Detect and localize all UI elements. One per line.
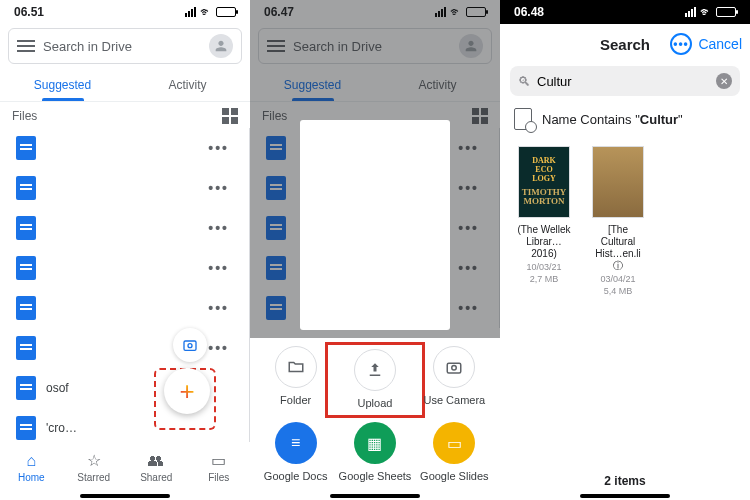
result-item[interactable]: [The Cultural Hist…en.li ⓘ 03/04/21 5,4 …	[590, 146, 646, 296]
status-time: 06.48	[514, 5, 544, 19]
result-date: 03/04/21	[600, 274, 635, 284]
phone-files-search: 06.48 ᯤ Search ••• Cancel 🔍︎ ✕ Name Cont…	[500, 0, 750, 500]
star-icon: ☆	[87, 451, 101, 470]
file-search-icon	[514, 108, 532, 130]
tab-activity[interactable]: Activity	[125, 68, 250, 101]
home-indicator	[330, 494, 420, 498]
nav-home[interactable]: ⌂Home	[0, 442, 63, 492]
row-more-icon[interactable]: •••	[204, 136, 233, 160]
home-indicator	[580, 494, 670, 498]
row-more-icon[interactable]: •••	[204, 296, 233, 320]
search-results-grid: DARK ECO LOGY TIMOTHY MORTON (The Wellek…	[500, 140, 750, 302]
doc-icon	[16, 336, 36, 360]
view-toggle-icon[interactable]	[222, 108, 238, 124]
action-upload[interactable]: Upload	[325, 342, 424, 418]
doc-icon	[16, 416, 36, 440]
wifi-icon: ᯤ	[700, 5, 712, 19]
action-docs[interactable]: ≡Google Docs	[256, 422, 335, 482]
book-cover	[592, 146, 644, 218]
svg-point-1	[188, 344, 192, 348]
slides-icon: ▭	[433, 422, 475, 464]
search-icon: 🔍︎	[518, 74, 531, 89]
nav-starred[interactable]: ☆Starred	[63, 442, 126, 492]
files-section-header: Files	[0, 102, 250, 128]
blank-preview-card	[300, 120, 450, 330]
scan-button[interactable]	[173, 328, 207, 362]
results-count: 2 items	[500, 474, 750, 488]
row-more-icon[interactable]: •••	[204, 336, 233, 360]
svg-rect-2	[448, 363, 462, 373]
sheets-icon: ▦	[354, 422, 396, 464]
doc-icon	[16, 296, 36, 320]
upload-icon	[354, 349, 396, 391]
svg-point-3	[452, 366, 457, 371]
status-bar: 06.51 ᯤ	[0, 0, 250, 24]
nav-files[interactable]: ▭Files	[188, 442, 251, 492]
name-contains-suggestion[interactable]: Name Contains "Cultur"	[500, 104, 750, 140]
result-item[interactable]: DARK ECO LOGY TIMOTHY MORTON (The Wellek…	[516, 146, 572, 296]
search-field[interactable]: 🔍︎ ✕	[510, 66, 740, 96]
doc-icon	[16, 376, 36, 400]
status-bar: 06.48 ᯤ	[500, 0, 750, 24]
people-icon: 👥︎	[148, 452, 164, 470]
clear-search-icon[interactable]: ✕	[716, 73, 732, 89]
result-size: 2,7 MB	[530, 274, 559, 284]
search-placeholder: Search in Drive	[43, 39, 201, 54]
result-title: (The Wellek Librar…2016)	[516, 224, 572, 260]
action-sheets[interactable]: ▦Google Sheets	[335, 422, 414, 482]
tab-suggested[interactable]: Suggested	[0, 68, 125, 101]
doc-icon	[16, 256, 36, 280]
file-row[interactable]: •••	[8, 208, 241, 248]
cancel-button[interactable]: Cancel	[698, 36, 742, 52]
file-row[interactable]: •••	[8, 248, 241, 288]
svg-rect-0	[184, 341, 196, 350]
folder-icon	[275, 346, 317, 388]
battery-icon	[716, 7, 736, 17]
plus-icon: +	[179, 376, 194, 407]
action-folder[interactable]: Folder	[256, 346, 335, 412]
row-more-icon[interactable]: •••	[204, 256, 233, 280]
result-title: [The Cultural Hist…en.li ⓘ	[590, 224, 646, 272]
doc-icon	[16, 176, 36, 200]
doc-icon	[16, 216, 36, 240]
wifi-icon: ᯤ	[200, 5, 212, 19]
result-date: 10/03/21	[526, 262, 561, 272]
folder-icon: ▭	[211, 451, 226, 470]
result-size: 5,4 MB	[604, 286, 633, 296]
action-slides[interactable]: ▭Google Slides	[415, 422, 494, 482]
phone-drive-home: 06.51 ᯤ Search in Drive Suggested Activi…	[0, 0, 250, 500]
doc-icon	[16, 136, 36, 160]
docs-icon: ≡	[275, 422, 317, 464]
home-icon: ⌂	[26, 452, 36, 470]
nav-shared[interactable]: 👥︎Shared	[125, 442, 188, 492]
search-input[interactable]	[537, 74, 710, 89]
file-row[interactable]: •••	[8, 128, 241, 168]
file-row[interactable]: •••	[8, 288, 241, 328]
files-label: Files	[12, 109, 37, 123]
cellular-signal-icon	[685, 7, 696, 17]
file-row[interactable]: •••	[8, 168, 241, 208]
book-cover: DARK ECO LOGY TIMOTHY MORTON	[518, 146, 570, 218]
row-more-icon[interactable]: •••	[204, 216, 233, 240]
drive-search-bar[interactable]: Search in Drive	[8, 28, 242, 64]
account-avatar[interactable]	[209, 34, 233, 58]
battery-icon	[216, 7, 236, 17]
bottom-nav: ⌂Home ☆Starred 👥︎Shared ▭Files	[0, 442, 250, 492]
create-action-sheet: Folder Upload Use Camera ≡Google Docs ▦G…	[250, 338, 500, 500]
home-tabs: Suggested Activity	[0, 68, 250, 102]
cellular-signal-icon	[185, 7, 196, 17]
home-indicator	[80, 494, 170, 498]
search-title: Search	[600, 36, 650, 53]
phone-drive-create-sheet: 06.47 ᯤ Search in Drive Suggested Activi…	[250, 0, 500, 500]
menu-icon[interactable]	[17, 40, 35, 52]
search-nav-bar: Search ••• Cancel	[500, 24, 750, 64]
action-camera[interactable]: Use Camera	[415, 346, 494, 412]
new-fab[interactable]: +	[164, 368, 210, 414]
more-options-icon[interactable]: •••	[670, 33, 692, 55]
camera-icon	[433, 346, 475, 388]
status-time: 06.51	[14, 5, 44, 19]
row-more-icon[interactable]: •••	[204, 176, 233, 200]
